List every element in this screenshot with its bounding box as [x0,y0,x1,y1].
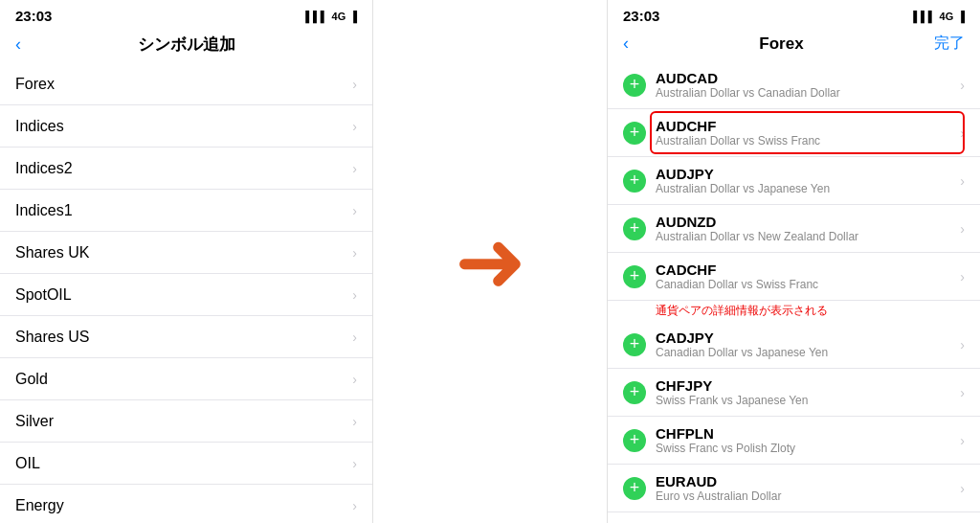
list-item-label: Indices1 [15,202,73,219]
list-item[interactable]: Indices2 › [0,148,372,190]
forex-pair-desc: Australian Dollar vs Swiss Franc [656,134,960,148]
list-item[interactable]: Gold › [0,358,372,400]
add-icon[interactable]: + [623,170,646,193]
direction-arrow: ➜ [455,218,526,305]
forex-item[interactable]: + AUDJPY Australian Dollar vs Japanese Y… [608,157,980,205]
add-icon[interactable]: + [623,217,646,240]
forex-chevron-icon: › [960,173,965,189]
forex-item[interactable]: + AUDCHF Australian Dollar vs Swiss Fran… [608,109,980,157]
forex-text: CHFPLN Swiss Franc vs Polish Zloty [656,425,960,455]
add-icon[interactable]: + [623,477,646,500]
left-status-icons: ▌▌▌ 4G ▐ [305,11,357,22]
signal-icon: ▌▌▌ [305,11,327,22]
add-icon[interactable]: + [623,265,646,288]
list-item-label: Energy [15,497,64,514]
chevron-icon: › [352,245,357,261]
list-item[interactable]: Silver › [0,400,372,443]
chevron-icon: › [352,414,357,429]
forex-pair-name: CADCHF [656,262,960,278]
forex-chevron-icon: › [960,78,965,93]
left-status-bar: 23:03 ▌▌▌ 4G ▐ [0,0,372,28]
chevron-icon: › [352,372,357,387]
chevron-icon: › [352,330,357,345]
left-back-button[interactable]: ‹ [15,34,21,55]
list-item[interactable]: Energy › [0,485,372,523]
forex-pair-name: AUDJPY [656,166,960,182]
list-item[interactable]: SpotOIL › [0,274,372,316]
right-time: 23:03 [623,8,659,24]
forex-pair-name: AUDCAD [656,70,960,86]
list-item[interactable]: Indices › [0,105,372,148]
list-item[interactable]: Indices1 › [0,190,372,232]
right-phone: 23:03 ▌▌▌ 4G ▐ ‹ Forex 完了 + AUDCAD Austr… [607,0,980,523]
add-icon[interactable]: + [623,74,646,97]
forex-item[interactable]: + AUDCAD Australian Dollar vs Canadian D… [608,61,980,109]
forex-chevron-icon: › [960,481,965,496]
list-item[interactable]: Shares US › [0,316,372,358]
forex-text: CHFJPY Swiss Frank vs Japanese Yen [656,377,960,407]
forex-text: AUDNZD Australian Dollar vs New Zealand … [656,214,960,243]
forex-pair-name: AUDNZD [656,214,960,230]
forex-pair-desc: Australian Dollar vs New Zealand Dollar [656,230,960,243]
forex-pair-desc: Canadian Dollar vs Japanese Yen [656,346,960,359]
forex-chevron-icon: › [960,221,965,237]
list-item[interactable]: OIL › [0,443,372,485]
forex-pair-desc: Canadian Dollar vs Swiss Franc [656,278,960,291]
forex-text: AUDCHF Australian Dollar vs Swiss Franc [656,118,960,148]
forex-text: CADCHF Canadian Dollar vs Swiss Franc [656,262,960,291]
chevron-icon: › [352,498,357,513]
right-back-button[interactable]: ‹ [623,34,629,54]
chevron-icon: › [352,456,357,471]
forex-pair-name: CHFJPY [656,377,960,394]
forex-text: EURAUD Euro vs Australian Dollar [656,473,960,503]
forex-pair-desc: Australian Dollar vs Canadian Dollar [656,86,960,100]
forex-chevron-icon: › [960,125,965,141]
chevron-icon: › [352,287,357,303]
forex-item[interactable]: + CADJPY Canadian Dollar vs Japanese Yen… [608,321,980,369]
forex-item[interactable]: + EURAUD Euro vs Australian Dollar › [608,465,980,512]
forex-pair-name: CADJPY [656,330,960,346]
forex-chevron-icon: › [960,269,965,284]
chevron-icon: › [352,119,357,134]
forex-item[interactable]: + CADCHF Canadian Dollar vs Swiss Franc … [608,253,980,301]
add-icon[interactable]: + [623,429,646,452]
right-network-icon: 4G [940,11,954,22]
right-status-icons: ▌▌▌ 4G ▐ [913,11,965,22]
forex-pair-desc: Australian Dollar vs Japanese Yen [656,182,960,195]
forex-chevron-icon: › [960,385,965,400]
list-item-label: Shares US [15,329,89,346]
add-icon[interactable]: + [623,122,646,145]
forex-item[interactable]: + EURCAD Euro vs Canadian Dollar › [608,512,980,523]
left-nav-title: シンボル追加 [138,34,235,56]
list-item-label: Indices2 [15,160,73,177]
right-nav-header: ‹ Forex 完了 [608,28,980,61]
arrow-section: ➜ [373,0,607,523]
list-item[interactable]: Shares UK › [0,232,372,274]
network-icon: 4G [332,11,346,22]
right-signal-icon: ▌▌▌ [913,11,935,22]
list-item-label: Indices [15,118,64,135]
right-done-button[interactable]: 完了 [934,34,965,54]
list-item-label: Forex [15,76,55,93]
forex-text: AUDJPY Australian Dollar vs Japanese Yen [656,166,960,195]
forex-pair-desc: Swiss Franc vs Polish Zloty [656,442,960,455]
forex-text: CADJPY Canadian Dollar vs Japanese Yen [656,330,960,359]
list-item-label: Silver [15,413,54,430]
forex-pair-desc: Euro vs Australian Dollar [656,489,960,503]
list-item[interactable]: Forex › [0,63,372,105]
forex-item[interactable]: + AUDNZD Australian Dollar vs New Zealan… [608,205,980,253]
forex-item[interactable]: + CHFPLN Swiss Franc vs Polish Zloty › [608,417,980,465]
forex-item[interactable]: + CHFJPY Swiss Frank vs Japanese Yen › [608,369,980,417]
forex-chevron-icon: › [960,433,965,448]
add-icon[interactable]: + [623,381,646,404]
forex-pair-name: CHFPLN [656,425,960,442]
chevron-icon: › [352,203,357,218]
forex-pair-desc: Swiss Frank vs Japanese Yen [656,394,960,407]
battery-icon: ▐ [349,11,357,22]
list-item-label: Gold [15,371,48,388]
add-icon[interactable]: + [623,333,646,356]
right-status-bar: 23:03 ▌▌▌ 4G ▐ [608,0,980,28]
list-item-label: SpotOIL [15,286,72,304]
forex-list: + AUDCAD Australian Dollar vs Canadian D… [608,61,980,523]
annotation-text: 通貨ペアの詳細情報が表示される [608,301,980,321]
